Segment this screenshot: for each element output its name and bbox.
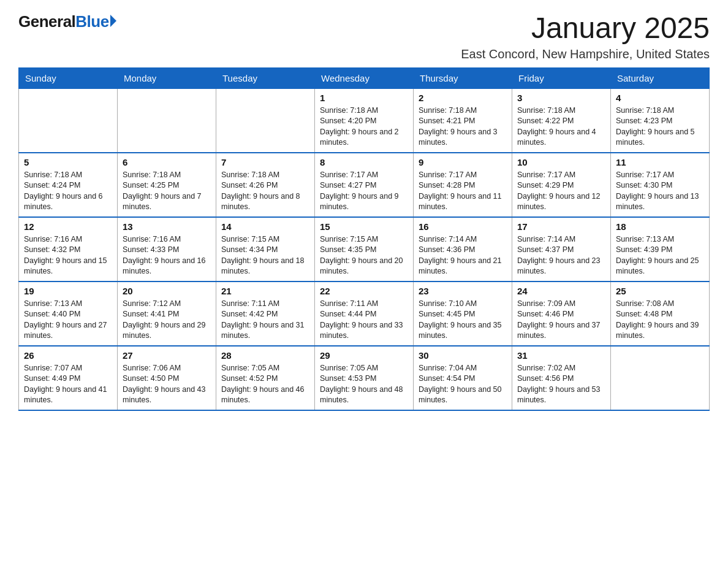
calendar-cell: 13Sunrise: 7:16 AMSunset: 4:33 PMDayligh… (118, 217, 216, 282)
day-info: Sunrise: 7:11 AMSunset: 4:42 PMDaylight:… (221, 299, 309, 342)
day-number: 21 (221, 286, 309, 296)
calendar-cell: 27Sunrise: 7:06 AMSunset: 4:50 PMDayligh… (118, 346, 216, 410)
logo-blue-text: Blue (75, 12, 108, 31)
calendar-cell: 22Sunrise: 7:11 AMSunset: 4:44 PMDayligh… (315, 282, 414, 346)
calendar-cell: 31Sunrise: 7:02 AMSunset: 4:56 PMDayligh… (512, 346, 611, 410)
day-number: 27 (123, 350, 211, 361)
calendar-table: SundayMondayTuesdayWednesdayThursdayFrid… (18, 67, 710, 411)
day-number: 1 (320, 93, 408, 103)
day-info: Sunrise: 7:11 AMSunset: 4:44 PMDaylight:… (320, 299, 408, 342)
calendar-cell: 15Sunrise: 7:15 AMSunset: 4:35 PMDayligh… (315, 217, 414, 282)
weekday-header-tuesday: Tuesday (216, 67, 315, 88)
calendar-week-row: 5Sunrise: 7:18 AMSunset: 4:24 PMDaylight… (19, 153, 710, 217)
day-info: Sunrise: 7:14 AMSunset: 4:36 PMDaylight:… (419, 234, 507, 277)
day-info: Sunrise: 7:17 AMSunset: 4:30 PMDaylight:… (616, 170, 704, 213)
calendar-cell: 18Sunrise: 7:13 AMSunset: 4:39 PMDayligh… (611, 217, 710, 282)
day-info: Sunrise: 7:08 AMSunset: 4:48 PMDaylight:… (616, 299, 704, 342)
day-info: Sunrise: 7:18 AMSunset: 4:22 PMDaylight:… (517, 105, 605, 148)
weekday-header-saturday: Saturday (611, 67, 710, 88)
calendar-cell: 11Sunrise: 7:17 AMSunset: 4:30 PMDayligh… (611, 153, 710, 217)
weekday-header-friday: Friday (512, 67, 611, 88)
day-info: Sunrise: 7:04 AMSunset: 4:54 PMDaylight:… (419, 363, 507, 406)
calendar-cell: 21Sunrise: 7:11 AMSunset: 4:42 PMDayligh… (216, 282, 315, 346)
calendar-cell: 14Sunrise: 7:15 AMSunset: 4:34 PMDayligh… (216, 217, 315, 282)
calendar-cell: 5Sunrise: 7:18 AMSunset: 4:24 PMDaylight… (19, 153, 118, 217)
day-info: Sunrise: 7:14 AMSunset: 4:37 PMDaylight:… (517, 234, 605, 277)
calendar-cell: 3Sunrise: 7:18 AMSunset: 4:22 PMDaylight… (512, 88, 611, 153)
day-info: Sunrise: 7:09 AMSunset: 4:46 PMDaylight:… (517, 299, 605, 342)
calendar-cell: 12Sunrise: 7:16 AMSunset: 4:32 PMDayligh… (19, 217, 118, 282)
day-number: 3 (517, 93, 605, 103)
day-number: 12 (24, 221, 112, 232)
calendar-cell: 19Sunrise: 7:13 AMSunset: 4:40 PMDayligh… (19, 282, 118, 346)
day-number: 26 (24, 350, 112, 361)
calendar-cell: 20Sunrise: 7:12 AMSunset: 4:41 PMDayligh… (118, 282, 216, 346)
day-info: Sunrise: 7:15 AMSunset: 4:34 PMDaylight:… (221, 234, 309, 277)
calendar-cell (19, 88, 118, 153)
day-number: 30 (419, 350, 507, 361)
day-number: 6 (123, 157, 211, 167)
calendar-cell: 16Sunrise: 7:14 AMSunset: 4:36 PMDayligh… (414, 217, 512, 282)
day-info: Sunrise: 7:17 AMSunset: 4:29 PMDaylight:… (517, 170, 605, 213)
calendar-cell: 1Sunrise: 7:18 AMSunset: 4:20 PMDaylight… (315, 88, 414, 153)
day-number: 17 (517, 221, 605, 232)
day-info: Sunrise: 7:18 AMSunset: 4:21 PMDaylight:… (419, 105, 507, 148)
day-info: Sunrise: 7:18 AMSunset: 4:25 PMDaylight:… (123, 170, 211, 213)
logo: General Blue (18, 12, 116, 31)
day-info: Sunrise: 7:06 AMSunset: 4:50 PMDaylight:… (123, 363, 211, 406)
day-info: Sunrise: 7:18 AMSunset: 4:20 PMDaylight:… (320, 105, 408, 148)
calendar-week-row: 1Sunrise: 7:18 AMSunset: 4:20 PMDaylight… (19, 88, 710, 153)
day-info: Sunrise: 7:13 AMSunset: 4:40 PMDaylight:… (24, 299, 112, 342)
day-number: 29 (320, 350, 408, 361)
day-number: 20 (123, 286, 211, 296)
calendar-cell (611, 346, 710, 410)
calendar-cell: 7Sunrise: 7:18 AMSunset: 4:26 PMDaylight… (216, 153, 315, 217)
day-number: 11 (616, 157, 704, 167)
calendar-cell: 29Sunrise: 7:05 AMSunset: 4:53 PMDayligh… (315, 346, 414, 410)
day-info: Sunrise: 7:05 AMSunset: 4:53 PMDaylight:… (320, 363, 408, 406)
calendar-cell: 26Sunrise: 7:07 AMSunset: 4:49 PMDayligh… (19, 346, 118, 410)
day-number: 16 (419, 221, 507, 232)
weekday-header-monday: Monday (118, 67, 216, 88)
title-block: January 2025 East Concord, New Hampshire… (461, 12, 710, 61)
day-number: 25 (616, 286, 704, 296)
calendar-cell: 23Sunrise: 7:10 AMSunset: 4:45 PMDayligh… (414, 282, 512, 346)
calendar-cell: 9Sunrise: 7:17 AMSunset: 4:28 PMDaylight… (414, 153, 512, 217)
location-subtitle: East Concord, New Hampshire, United Stat… (461, 47, 710, 61)
weekday-header-wednesday: Wednesday (315, 67, 414, 88)
day-number: 14 (221, 221, 309, 232)
weekday-header-row: SundayMondayTuesdayWednesdayThursdayFrid… (19, 67, 710, 88)
day-number: 31 (517, 350, 605, 361)
day-info: Sunrise: 7:13 AMSunset: 4:39 PMDaylight:… (616, 234, 704, 277)
day-info: Sunrise: 7:18 AMSunset: 4:24 PMDaylight:… (24, 170, 112, 213)
day-number: 13 (123, 221, 211, 232)
day-info: Sunrise: 7:18 AMSunset: 4:26 PMDaylight:… (221, 170, 309, 213)
calendar-cell: 6Sunrise: 7:18 AMSunset: 4:25 PMDaylight… (118, 153, 216, 217)
weekday-header-thursday: Thursday (414, 67, 512, 88)
logo-arrow-icon (110, 15, 116, 27)
calendar-body: 1Sunrise: 7:18 AMSunset: 4:20 PMDaylight… (19, 88, 710, 410)
day-info: Sunrise: 7:17 AMSunset: 4:27 PMDaylight:… (320, 170, 408, 213)
day-number: 22 (320, 286, 408, 296)
day-number: 10 (517, 157, 605, 167)
day-number: 23 (419, 286, 507, 296)
day-info: Sunrise: 7:18 AMSunset: 4:23 PMDaylight:… (616, 105, 704, 148)
calendar-cell: 24Sunrise: 7:09 AMSunset: 4:46 PMDayligh… (512, 282, 611, 346)
calendar-week-row: 12Sunrise: 7:16 AMSunset: 4:32 PMDayligh… (19, 217, 710, 282)
day-number: 18 (616, 221, 704, 232)
day-info: Sunrise: 7:10 AMSunset: 4:45 PMDaylight:… (419, 299, 507, 342)
day-number: 9 (419, 157, 507, 167)
day-info: Sunrise: 7:15 AMSunset: 4:35 PMDaylight:… (320, 234, 408, 277)
logo-general-text: General (18, 12, 75, 31)
day-info: Sunrise: 7:16 AMSunset: 4:33 PMDaylight:… (123, 234, 211, 277)
calendar-cell: 17Sunrise: 7:14 AMSunset: 4:37 PMDayligh… (512, 217, 611, 282)
calendar-cell: 2Sunrise: 7:18 AMSunset: 4:21 PMDaylight… (414, 88, 512, 153)
calendar-week-row: 26Sunrise: 7:07 AMSunset: 4:49 PMDayligh… (19, 346, 710, 410)
calendar-cell: 30Sunrise: 7:04 AMSunset: 4:54 PMDayligh… (414, 346, 512, 410)
day-number: 7 (221, 157, 309, 167)
calendar-cell (118, 88, 216, 153)
calendar-cell: 10Sunrise: 7:17 AMSunset: 4:29 PMDayligh… (512, 153, 611, 217)
day-number: 24 (517, 286, 605, 296)
page-header: General Blue January 2025 East Concord, … (18, 12, 710, 61)
day-number: 8 (320, 157, 408, 167)
